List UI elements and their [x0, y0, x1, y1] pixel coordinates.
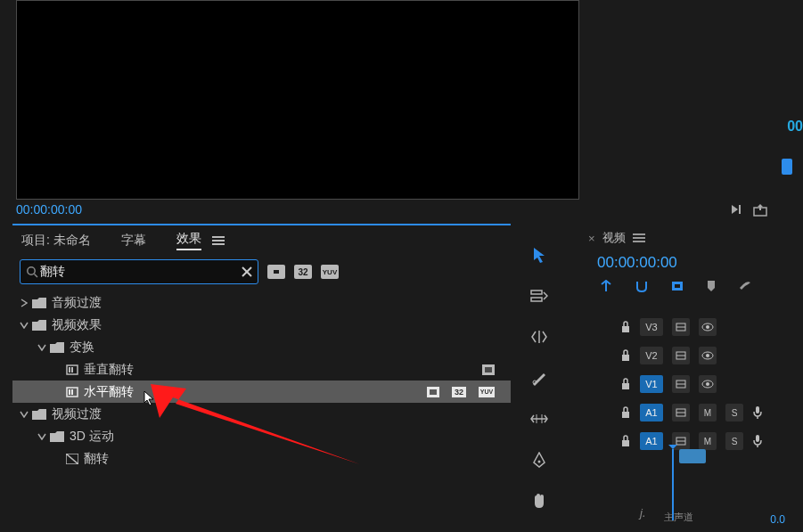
track-v2[interactable]: V2: [578, 341, 803, 370]
marker-icon[interactable]: [706, 280, 717, 292]
tab-effects[interactable]: 效果: [176, 231, 201, 250]
slip-tool-icon[interactable]: [527, 406, 552, 431]
toggle-output-icon[interactable]: [699, 375, 717, 393]
track-v1[interactable]: V1: [578, 370, 803, 398]
accelerated-badge-icon: [427, 387, 439, 397]
yuv-badge-icon: YUV: [479, 387, 495, 397]
razor-tool-icon[interactable]: [527, 365, 552, 390]
preset-icon: [66, 387, 78, 397]
32bit-filter-icon[interactable]: 32: [294, 265, 312, 279]
svg-rect-0: [739, 205, 741, 214]
svg-rect-10: [274, 270, 279, 274]
pen-tool-icon[interactable]: [527, 447, 552, 472]
track-a1[interactable]: A1 M S: [578, 398, 803, 427]
sync-lock-icon[interactable]: [672, 347, 690, 364]
tree-audio-transitions[interactable]: 音频过渡: [12, 291, 511, 314]
search-icon: [26, 266, 38, 278]
tab-subtitle[interactable]: 字幕: [121, 233, 146, 249]
svg-rect-13: [71, 367, 73, 372]
step-forward-icon[interactable]: [731, 204, 747, 215]
svg-rect-15: [485, 367, 492, 372]
svg-rect-2: [212, 236, 225, 238]
track-select-tool-icon[interactable]: [527, 283, 552, 308]
chevron-right-icon: [16, 299, 32, 307]
tab-project[interactable]: 项目: 未命名: [21, 233, 91, 249]
timeline-toolbar: [578, 277, 803, 302]
lock-icon[interactable]: [620, 406, 631, 419]
in-out-marker[interactable]: [782, 159, 792, 175]
accelerated-filter-icon[interactable]: [267, 265, 285, 279]
lock-icon[interactable]: [620, 321, 631, 333]
effects-panel: 项目: 未命名 字幕 效果 32 YUV 音频过渡 视频效果 变换: [12, 224, 511, 531]
lock-icon[interactable]: [620, 378, 631, 390]
mute-button[interactable]: M: [699, 432, 717, 450]
svg-point-28: [538, 461, 541, 463]
audio-level-value: 0.0: [770, 513, 785, 526]
snap-icon[interactable]: [635, 280, 649, 292]
yuv-filter-icon[interactable]: YUV: [321, 265, 339, 279]
folder-icon: [32, 409, 46, 420]
transition-icon: [66, 454, 78, 464]
svg-rect-20: [430, 389, 437, 395]
selection-tool-icon[interactable]: [527, 242, 552, 267]
preview-timecode[interactable]: 00:00:00:00: [16, 202, 82, 217]
svg-rect-17: [69, 389, 70, 395]
effects-search-input[interactable]: [38, 264, 242, 280]
sync-lock-icon[interactable]: [672, 404, 690, 422]
panel-menu-icon[interactable]: [633, 233, 645, 242]
svg-rect-31: [633, 237, 645, 239]
tree-video-effects[interactable]: 视频效果: [12, 314, 511, 336]
insert-mode-icon[interactable]: [599, 280, 613, 292]
track-label[interactable]: A1: [640, 432, 663, 450]
track-label[interactable]: V2: [640, 347, 663, 364]
clear-search-icon[interactable]: [242, 266, 252, 277]
track-label[interactable]: V1: [640, 375, 663, 393]
lock-icon[interactable]: [620, 349, 631, 362]
tree-vertical-flip[interactable]: 垂直翻转: [12, 358, 511, 381]
export-frame-icon[interactable]: [753, 204, 767, 217]
playhead[interactable]: [672, 449, 674, 520]
timeline-timecode[interactable]: 00:00:00:00: [578, 249, 803, 277]
svg-rect-57: [756, 435, 759, 442]
mute-button[interactable]: M: [699, 404, 717, 422]
sequence-name[interactable]: 视频: [602, 230, 626, 246]
hand-tool-icon[interactable]: [527, 488, 552, 513]
sync-lock-icon[interactable]: [672, 318, 690, 336]
svg-rect-18: [71, 389, 73, 395]
toggle-output-icon[interactable]: [699, 347, 717, 364]
voiceover-icon[interactable]: [752, 405, 763, 420]
effects-search-box[interactable]: [20, 259, 258, 284]
svg-point-44: [706, 354, 709, 357]
track-label[interactable]: V3: [640, 318, 663, 336]
annotation-arrow: [151, 384, 365, 469]
svg-point-5: [28, 267, 35, 274]
folder-icon: [50, 431, 64, 442]
toggle-output-icon[interactable]: [699, 318, 717, 336]
voiceover-icon[interactable]: [752, 434, 763, 448]
panel-menu-icon[interactable]: [212, 236, 225, 245]
svg-rect-4: [212, 243, 225, 245]
panel-tabs: 项目: 未命名 字幕 效果: [12, 225, 511, 256]
tool-column: T: [520, 242, 558, 532]
svg-rect-54: [622, 440, 629, 446]
ripple-edit-tool-icon[interactable]: [527, 324, 552, 349]
solo-button[interactable]: S: [725, 432, 743, 450]
svg-rect-50: [622, 412, 629, 418]
timeline-header: × 视频: [578, 227, 803, 249]
solo-button[interactable]: S: [725, 404, 743, 422]
linked-selection-icon[interactable]: [670, 280, 684, 292]
track-v3[interactable]: V3: [578, 313, 803, 341]
tree-transform[interactable]: 变换: [12, 336, 511, 358]
svg-rect-45: [622, 383, 629, 389]
audio-clip[interactable]: [679, 449, 706, 463]
svg-rect-3: [212, 240, 225, 241]
svg-point-39: [706, 325, 709, 329]
track-label[interactable]: A1: [640, 404, 663, 422]
32bit-badge-icon: 32: [452, 387, 466, 397]
settings-icon[interactable]: [738, 279, 752, 293]
master-track-label: 主声道: [664, 511, 693, 524]
close-panel-icon[interactable]: ×: [588, 232, 595, 245]
sync-lock-icon[interactable]: [672, 375, 690, 393]
lock-icon[interactable]: [620, 435, 631, 447]
folder-icon: [32, 298, 46, 308]
